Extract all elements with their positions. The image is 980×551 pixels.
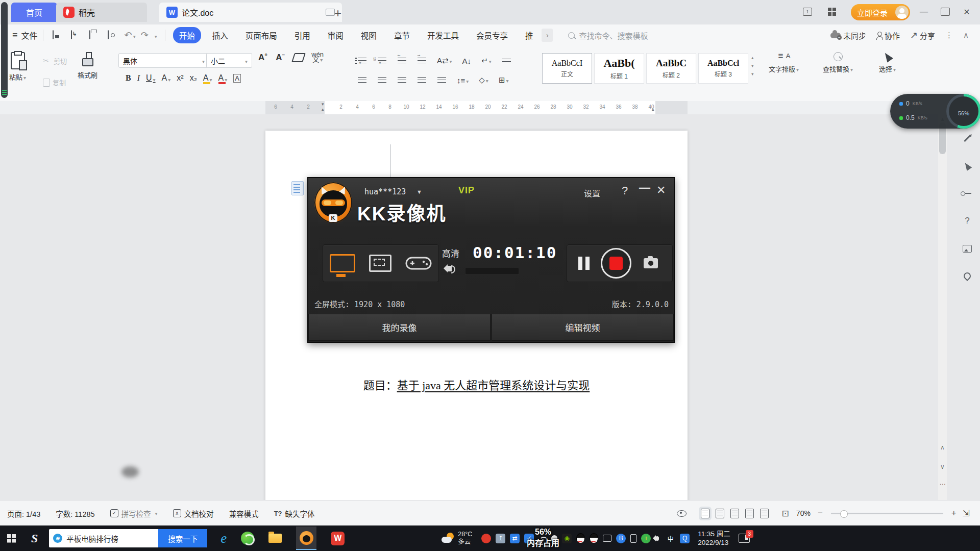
menu-tab-sections[interactable]: 章节 — [388, 27, 416, 43]
tab-docer[interactable]: 稻壳 — [56, 3, 147, 22]
font-size-select[interactable]: 小二 — [206, 53, 252, 68]
quickbar-more-icon[interactable] — [154, 30, 157, 41]
copy-button[interactable]: 复制 — [43, 78, 66, 87]
kk-close-button[interactable]: ✕ — [656, 184, 666, 197]
clear-format-icon[interactable] — [291, 53, 306, 62]
ink-annotate-icon[interactable] — [959, 130, 976, 147]
embedded-object-anchor-icon[interactable] — [291, 181, 304, 195]
borders-icon[interactable]: ⊞ — [499, 76, 509, 85]
collapse-ribbon-icon[interactable]: ∧ — [963, 31, 969, 40]
char-border-button[interactable]: A — [233, 74, 241, 83]
next-page-icon[interactable]: ∨ — [938, 463, 947, 470]
start-button[interactable] — [7, 534, 16, 543]
show-marks-icon[interactable]: ↵ — [481, 56, 492, 65]
missing-fonts-button[interactable]: T?缺失字体 — [274, 508, 315, 519]
menu-tab-references[interactable]: 引用 — [288, 27, 316, 43]
pause-button[interactable] — [578, 257, 590, 270]
more-menu-icon[interactable]: ⋮ — [945, 31, 953, 40]
kk-recorder-tray-icon[interactable] — [481, 534, 491, 543]
fullscreen-mode-icon[interactable] — [330, 254, 355, 272]
qq-penguin-icon[interactable] — [576, 533, 585, 543]
kk-quality-label[interactable]: 高清 — [442, 246, 459, 259]
memory-ring-gauge[interactable]: 56% — [946, 94, 980, 129]
taskbar-search-box[interactable]: e 平板电脑排行榜 搜索一下 — [49, 529, 207, 547]
action-center-icon[interactable]: 3 — [739, 534, 750, 543]
my-recordings-button[interactable]: 我的录像 — [308, 314, 491, 341]
sort-icon[interactable]: A↓ — [462, 57, 472, 65]
numbered-list-icon[interactable] — [378, 58, 386, 64]
format-painter-button[interactable]: 格式刷 — [78, 52, 97, 80]
style-heading1[interactable]: AaBb( 标题 1 — [594, 53, 644, 84]
menu-tab-review[interactable]: 审阅 — [322, 27, 350, 43]
document-title-line[interactable]: 题目：基于 java 无人超市管理系统设计与实现 — [265, 376, 688, 392]
antivirus-icon[interactable]: + — [641, 534, 651, 543]
stop-record-button[interactable] — [601, 248, 631, 279]
horizontal-ruler[interactable]: 642246810121416182022242628303234363840 … — [0, 101, 980, 115]
style-normal[interactable]: AaBbCcI 正文 — [542, 53, 592, 84]
nvidia-icon[interactable]: ◉ — [562, 534, 572, 543]
print-preview-icon[interactable] — [108, 31, 118, 40]
collaborate-button[interactable]: 协作 — [876, 30, 900, 41]
green-browser-icon[interactable] — [241, 532, 254, 545]
page-nav-more-icon[interactable]: ⋯ — [938, 481, 947, 488]
web-view-icon[interactable] — [745, 509, 754, 518]
text-layout-button[interactable]: 文字排版 — [769, 52, 799, 73]
zoom-level[interactable]: 70% — [796, 509, 811, 517]
menu-overflow-arrow[interactable]: › — [542, 29, 553, 42]
page-indicator[interactable]: 页面: 1/43 — [7, 508, 40, 519]
font-name-select[interactable]: 黑体 — [118, 53, 209, 68]
s-app-icon[interactable]: S — [31, 532, 38, 545]
page-view-icon[interactable] — [701, 509, 709, 518]
fit-page-icon[interactable]: ⊡ — [782, 508, 789, 519]
select-tool-button[interactable]: 选择 — [879, 52, 896, 73]
decrease-indent-icon[interactable] — [398, 58, 406, 64]
tab-ruler-icon[interactable] — [502, 59, 511, 63]
kk-vip-badge[interactable]: VIP — [458, 185, 475, 196]
tab-grid-icon[interactable] — [824, 5, 840, 18]
char-effect-button[interactable]: A — [162, 73, 171, 83]
align-center-icon[interactable] — [378, 77, 386, 83]
subscript-button[interactable]: x₂ — [190, 73, 197, 83]
print-icon[interactable] — [89, 31, 100, 40]
previous-page-icon[interactable]: ∧ — [938, 444, 947, 451]
minimize-button[interactable]: — — [916, 5, 932, 18]
right-indent-marker[interactable]: ▴ — [652, 107, 654, 112]
decrease-font-icon[interactable]: A− — [276, 52, 285, 63]
login-button[interactable]: 立即登录 — [851, 4, 910, 20]
ime-language-icon[interactable]: 中 — [666, 534, 675, 543]
menu-tab-home[interactable]: 开始 — [173, 27, 201, 43]
bluetooth-icon[interactable]: B — [616, 534, 626, 543]
fullscreen-icon[interactable]: ⇲ — [963, 508, 970, 519]
menu-tab-member[interactable]: 会员专享 — [470, 27, 514, 43]
kk-account-dropdown-icon[interactable]: ▼ — [416, 189, 422, 195]
bold-button[interactable]: B — [126, 73, 131, 83]
qq-penguin-icon-2[interactable] — [590, 533, 598, 543]
command-search[interactable]: 查找命令、搜索模板 — [568, 28, 701, 42]
find-replace-button[interactable]: 查找替换 — [823, 52, 853, 73]
screenshot-button[interactable] — [644, 258, 658, 268]
zoom-in-button[interactable]: + — [951, 508, 957, 518]
undo-icon[interactable]: ↶ — [125, 30, 136, 41]
display-device-icon[interactable] — [603, 535, 611, 542]
phonetic-guide-icon[interactable]: wén文 — [311, 52, 324, 63]
help-icon[interactable]: ? — [959, 212, 976, 230]
menu-tab-overflow[interactable]: 推 — [519, 27, 540, 43]
sogou-search-icon[interactable]: Q — [680, 534, 690, 543]
taskbar-clock[interactable]: 11:35 周二2022/9/13 — [698, 530, 730, 547]
kk-speaker-icon[interactable] — [447, 266, 452, 271]
shading-icon[interactable]: ◇ — [479, 76, 488, 85]
italic-button[interactable]: I — [137, 73, 140, 83]
zoom-slider[interactable] — [831, 513, 943, 514]
style-heading2[interactable]: AaBbC 标题 2 — [646, 53, 696, 84]
kk-minimize-button[interactable]: — — [639, 181, 650, 194]
edit-video-button[interactable]: 编辑视频 — [492, 314, 674, 341]
volume-icon[interactable] — [655, 536, 659, 541]
wps-taskbar-icon[interactable]: W — [331, 532, 345, 545]
kk-volume-meter[interactable] — [465, 268, 519, 274]
align-distribute-icon[interactable] — [437, 77, 446, 83]
menu-tab-developer[interactable]: 开发工具 — [421, 27, 465, 43]
export-icon[interactable] — [71, 31, 81, 40]
doc-proof-button[interactable]: x文档校对 — [173, 508, 214, 519]
menu-tab-page-layout[interactable]: 页面布局 — [239, 27, 283, 43]
increase-font-icon[interactable]: A+ — [258, 52, 267, 63]
